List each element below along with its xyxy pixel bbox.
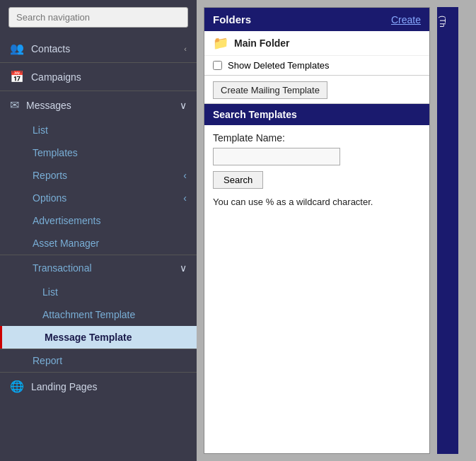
create-mailing-button[interactable]: Create Mailing Template (213, 81, 327, 99)
transactional-label: Transactional (10, 262, 173, 274)
search-templates-body: Template Name: Search You can use % as a… (204, 125, 429, 216)
list-label: List (33, 124, 48, 136)
sidebar-nav: 👥 Contacts ‹ 📅 Campaigns ✉ Messages ∨ Li… (0, 35, 197, 461)
message-template-label: Message Template (45, 332, 132, 343)
sidebar-item-campaigns[interactable]: 📅 Campaigns (0, 63, 197, 91)
attachment-template-label: Attachment Template (42, 309, 135, 320)
main-folder-item[interactable]: 📁 Main Folder (204, 31, 429, 56)
content-area: Folders Create 📁 Main Folder Show Delete… (197, 0, 476, 461)
options-chevron: ‹ (183, 192, 187, 204)
sidebar-item-contacts[interactable]: 👥 Contacts ‹ (0, 35, 197, 62)
report-label: Report (33, 355, 62, 366)
sidebar-item-messages[interactable]: ✉ Messages ∨ (0, 91, 197, 119)
transactional-chevron: ∨ (180, 262, 187, 274)
sidebar-item-options[interactable]: Options ‹ (0, 187, 197, 209)
sidebar-item-attachment-template[interactable]: Attachment Template (0, 303, 197, 326)
search-nav-container (0, 0, 197, 35)
sidebar-item-list[interactable]: List (0, 119, 197, 141)
landing-pages-icon: 🌐 (10, 380, 24, 393)
sidebar-item-transactional[interactable]: Transactional ∨ (0, 255, 197, 281)
main-content: Folders Create 📁 Main Folder Show Delete… (197, 0, 476, 461)
partial-text: (Th (437, 13, 448, 30)
sidebar-item-landing-pages[interactable]: 🌐 Landing Pages (0, 373, 197, 400)
sidebar-item-report[interactable]: Report (0, 349, 197, 372)
contacts-icon: 👥 (10, 42, 24, 55)
landing-pages-label: Landing Pages (31, 381, 187, 392)
trans-list-label: List (42, 286, 58, 298)
search-button[interactable]: Search (213, 171, 263, 189)
folders-title: Folders (213, 13, 251, 25)
sidebar-item-trans-list[interactable]: List (0, 281, 197, 303)
messages-chevron: ∨ (180, 100, 187, 111)
sidebar-item-advertisements[interactable]: Advertisements (0, 209, 197, 232)
sidebar-item-reports[interactable]: Reports ‹ (0, 164, 197, 187)
search-templates-header: Search Templates (204, 104, 429, 125)
messages-label: Messages (26, 100, 173, 111)
right-partial-panel: (Th (437, 7, 458, 454)
messages-icon: ✉ (10, 98, 19, 112)
template-name-label: Template Name: (213, 132, 421, 144)
contacts-chevron: ‹ (184, 45, 187, 53)
create-mailing-btn-row: Create Mailing Template (204, 76, 429, 104)
campaigns-label: Campaigns (31, 71, 187, 83)
folder-name: Main Folder (234, 37, 290, 49)
search-nav-input[interactable] (8, 7, 188, 28)
templates-label: Templates (33, 147, 78, 158)
folders-panel: Folders Create 📁 Main Folder Show Delete… (204, 7, 430, 454)
show-deleted-row: Show Deleted Templates (204, 56, 429, 76)
show-deleted-checkbox[interactable] (213, 61, 222, 70)
show-deleted-label: Show Deleted Templates (228, 60, 330, 71)
sidebar-item-asset-manager[interactable]: Asset Manager (0, 232, 197, 255)
template-name-input[interactable] (213, 148, 340, 165)
advertisements-label: Advertisements (33, 215, 100, 226)
contacts-label: Contacts (31, 43, 177, 54)
sidebar: 👥 Contacts ‹ 📅 Campaigns ✉ Messages ∨ Li… (0, 0, 197, 461)
folders-header: Folders Create (204, 8, 429, 31)
wildcard-hint: You can use % as a wildcard character. (213, 196, 421, 209)
reports-chevron: ‹ (183, 170, 187, 181)
asset-manager-label: Asset Manager (33, 238, 99, 249)
create-link[interactable]: Create (391, 14, 421, 25)
folder-icon: 📁 (213, 35, 228, 51)
reports-label: Reports (33, 170, 67, 181)
sidebar-item-templates[interactable]: Templates (0, 141, 197, 164)
sidebar-item-message-template[interactable]: Message Template (0, 326, 197, 349)
campaigns-icon: 📅 (10, 70, 24, 83)
options-label: Options (33, 192, 66, 204)
search-templates-title: Search Templates (213, 109, 297, 120)
